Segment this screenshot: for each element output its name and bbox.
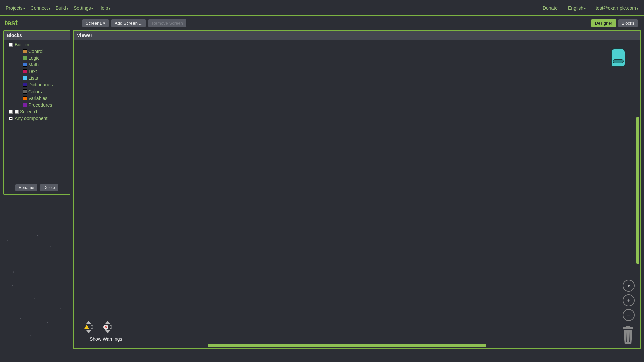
warning-prev-icon[interactable] — [86, 321, 91, 324]
tree-label: Math — [28, 62, 39, 67]
horizontal-scrollbar[interactable] — [208, 344, 486, 347]
tree-label: Lists — [28, 75, 38, 81]
menu-language[interactable]: English▾ — [566, 4, 588, 12]
bg-dot — [20, 318, 21, 319]
bg-dot — [13, 272, 14, 273]
tree-logic[interactable]: Logic — [6, 55, 68, 61]
screen-dropdown[interactable]: Screen1 ▾ — [82, 19, 109, 27]
blocks-panel: Blocks − Built-in Control Logic Math Tex… — [3, 30, 70, 195]
error-next-icon[interactable] — [105, 330, 110, 333]
svg-line-6 — [630, 332, 630, 342]
zoom-center-button[interactable] — [623, 280, 635, 292]
project-toolbar: test Screen1 ▾ Add Screen ... Remove Scr… — [0, 16, 644, 30]
blocks-button[interactable]: Blocks — [618, 19, 638, 27]
color-swatch — [23, 63, 27, 67]
viewer-panel: Viewer + − — [73, 30, 641, 349]
zoom-in-button[interactable]: + — [623, 294, 635, 306]
svg-rect-3 — [626, 326, 630, 327]
menu-connect[interactable]: Connect▾ — [28, 4, 53, 12]
color-swatch — [23, 69, 27, 73]
screen-controls: Screen1 ▾ Add Screen ... Remove Screen — [82, 19, 187, 27]
color-swatch — [23, 76, 27, 80]
menu-donate[interactable]: Donate — [540, 4, 560, 12]
vertical-scrollbar[interactable] — [636, 117, 639, 264]
tree-screen1[interactable]: + Screen1 — [6, 108, 68, 115]
expand-icon[interactable]: + — [9, 117, 13, 120]
tree-colors[interactable]: Colors — [6, 88, 68, 95]
screen-icon — [15, 110, 19, 114]
tree-builtin[interactable]: − Built-in — [6, 41, 68, 48]
bg-dot — [60, 308, 61, 309]
menu-user[interactable]: test@example.com▾ — [593, 4, 641, 12]
tree-control[interactable]: Control — [6, 48, 68, 55]
tree-procedures[interactable]: Procedures — [6, 102, 68, 108]
error-icon: ✕ — [103, 325, 108, 330]
view-toggle: Designer Blocks — [591, 19, 638, 27]
color-swatch — [23, 89, 27, 94]
menu-settings[interactable]: Settings▾ — [71, 4, 96, 12]
menu-right: Donate English▾ test@example.com▾ — [540, 4, 641, 12]
viewer-header: Viewer — [74, 31, 640, 40]
zoom-controls: + − — [623, 280, 635, 321]
trash-icon[interactable] — [621, 326, 635, 345]
expand-icon[interactable]: + — [9, 110, 13, 114]
color-swatch — [23, 56, 27, 60]
tree-label: Control — [28, 49, 43, 54]
tree-label: Any component — [15, 116, 47, 121]
tree-any-component[interactable]: + Any component — [6, 115, 68, 122]
error-prev-icon[interactable] — [105, 321, 110, 324]
warning-counter: 0 — [84, 321, 93, 333]
tree-lists[interactable]: Lists — [6, 75, 68, 81]
zoom-out-button[interactable]: − — [623, 309, 635, 321]
bg-dot — [30, 335, 31, 336]
tree-label: Logic — [28, 55, 39, 61]
tree-label: Text — [28, 69, 37, 74]
caret-icon: ▾ — [109, 7, 110, 10]
tree-text[interactable]: Text — [6, 68, 68, 75]
menu-projects[interactable]: Projects▾ — [3, 4, 28, 12]
tree-label: Variables — [28, 96, 47, 101]
caret-icon: ▾ — [91, 7, 93, 10]
caret-icon: ▾ — [103, 21, 105, 26]
tree-label: Dictionaries — [28, 82, 53, 87]
menu-left: Projects▾ Connect▾ Build▾ Settings▾ Help… — [3, 4, 113, 12]
menu-help[interactable]: Help▾ — [96, 4, 113, 12]
remove-screen-button[interactable]: Remove Screen — [148, 19, 186, 27]
bg-dot — [50, 246, 51, 247]
show-warnings-button[interactable]: Show Warnings — [85, 335, 127, 343]
color-swatch — [23, 83, 27, 87]
delete-button[interactable]: Delete — [40, 184, 59, 191]
svg-line-4 — [626, 332, 626, 342]
tree-variables[interactable]: Variables — [6, 95, 68, 102]
designer-button[interactable]: Designer — [591, 19, 616, 27]
collapse-icon[interactable]: − — [9, 43, 13, 47]
svg-rect-1 — [613, 60, 623, 63]
rename-button[interactable]: Rename — [15, 184, 38, 191]
tree-label: Procedures — [28, 102, 52, 108]
caret-icon: ▾ — [637, 7, 638, 10]
color-swatch — [23, 49, 27, 53]
tree-label: Screen1 — [20, 109, 38, 114]
tree-dictionaries[interactable]: Dictionaries — [6, 81, 68, 88]
bg-dot — [34, 298, 35, 299]
tree-label: Built-in — [15, 42, 29, 47]
sidebar: Blocks − Built-in Control Logic Math Tex… — [3, 30, 70, 349]
menu-build[interactable]: Build▾ — [53, 4, 71, 12]
bg-dot — [37, 235, 38, 236]
warning-count: 0 — [91, 324, 93, 330]
tree-math[interactable]: Math — [6, 61, 68, 68]
menu-bar: Projects▾ Connect▾ Build▾ Settings▾ Help… — [0, 0, 644, 16]
error-count: 0 — [110, 324, 112, 330]
color-swatch — [23, 103, 27, 107]
warning-icon — [84, 325, 89, 329]
workspace[interactable]: + − — [74, 40, 640, 348]
counters: 0 ✕ 0 Show Warnings — [84, 321, 127, 343]
backpack-icon[interactable] — [606, 46, 630, 69]
warning-next-icon[interactable] — [86, 330, 91, 333]
add-screen-button[interactable]: Add Screen ... — [111, 19, 146, 27]
main-area: Blocks − Built-in Control Logic Math Tex… — [0, 30, 644, 349]
bg-dot — [47, 322, 48, 323]
blocks-panel-header: Blocks — [4, 31, 70, 40]
tree-label: Colors — [28, 89, 42, 94]
blocks-tree: − Built-in Control Logic Math Text Lists… — [4, 40, 70, 181]
